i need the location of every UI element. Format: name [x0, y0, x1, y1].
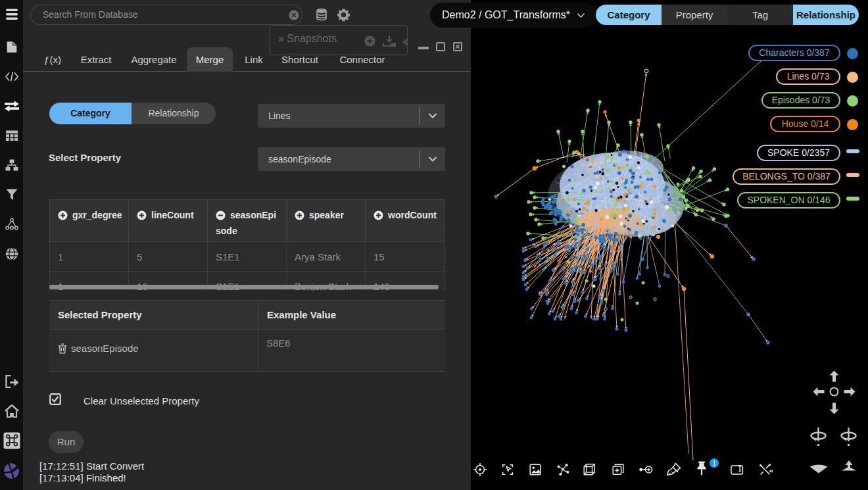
- svg-text:1: 1: [712, 460, 716, 467]
